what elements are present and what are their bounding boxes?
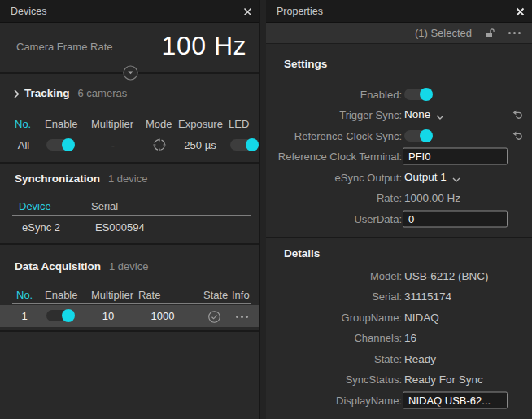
- camera-frame-rate-label: Camera Frame Rate: [16, 41, 112, 53]
- chevron-right-icon: [14, 89, 20, 101]
- properties-panel: Properties (1) Selected Settings Enabled…: [266, 0, 532, 419]
- check-circle-icon: [207, 309, 221, 324]
- camera-frame-rate-value: 100 Hz: [162, 31, 246, 61]
- col-header-info: Info: [232, 289, 250, 301]
- syncstatus-label: SyncStatus:: [273, 373, 402, 385]
- col-header-no: No.: [16, 289, 33, 301]
- close-icon[interactable]: [513, 5, 526, 18]
- col-header-rate: Rate: [138, 289, 160, 301]
- reference-clock-sync-toggle[interactable]: [404, 130, 432, 142]
- chevron-down-icon: [452, 171, 460, 185]
- trigger-sync-label: Trigger Sync:: [273, 108, 402, 120]
- synchronization-section-header[interactable]: Synchronization1 device: [15, 172, 147, 185]
- userdata-label: UserData:: [273, 212, 402, 225]
- col-header-exposure: Exposure: [178, 118, 223, 130]
- syncstatus-value: Ready For Sync: [404, 373, 483, 385]
- esync-output-dropdown[interactable]: Output 1: [404, 169, 460, 185]
- tracking-row-multiplier: -: [111, 139, 115, 151]
- unlock-icon[interactable]: [485, 28, 495, 38]
- properties-panel-title: Properties: [277, 6, 323, 17]
- frame-rate-expander-button[interactable]: [123, 65, 138, 81]
- sync-row-serial: ES000594: [95, 221, 145, 234]
- reset-to-default-icon[interactable]: [511, 129, 523, 142]
- displayname-input[interactable]: [403, 391, 508, 408]
- rate-value: 1000.00 Hz: [404, 191, 460, 203]
- col-header-no: No.: [15, 118, 31, 130]
- rate-row: Rate: 1000.00 Hz: [266, 187, 532, 207]
- displayname-row: DisplayName:: [266, 390, 532, 410]
- model-row: Model: USB-6212 (BNC): [266, 265, 532, 286]
- settings-section-header: Settings: [284, 58, 327, 70]
- reference-clock-terminal-row: Reference Clock Terminal:: [266, 146, 532, 166]
- tracking-enable-toggle[interactable]: [46, 139, 74, 151]
- data-acquisition-title: Data Acquisition: [15, 260, 101, 273]
- channels-label: Channels:: [273, 331, 402, 343]
- col-header-serial: Serial: [91, 200, 118, 212]
- trigger-sync-row: Trigger Sync: None: [266, 104, 532, 124]
- col-header-multiplier: Multiplier: [91, 118, 133, 130]
- reset-to-default-icon[interactable]: [511, 108, 523, 120]
- settings-title: Settings: [284, 58, 327, 70]
- groupname-value: NIDAQ: [404, 311, 439, 323]
- app-window: Devices Camera Frame Rate 100 Hz Trackin…: [0, 0, 532, 419]
- daq-row-no: 1: [21, 310, 27, 322]
- more-icon[interactable]: [508, 32, 521, 35]
- devices-panel: Devices Camera Frame Rate 100 Hz Trackin…: [0, 0, 260, 419]
- channels-value: 16: [404, 331, 416, 343]
- syncstatus-row: SyncStatus: Ready For Sync: [266, 369, 532, 389]
- devices-titlebar: Devices: [0, 0, 259, 23]
- daq-row-selected[interactable]: 1 10 1000: [0, 305, 259, 327]
- details-section-header: Details: [284, 247, 320, 260]
- tracking-section-header[interactable]: Tracking6 cameras: [24, 87, 127, 99]
- daq-row-multiplier: 10: [102, 310, 114, 322]
- esync-output-value: Output 1: [404, 171, 447, 183]
- data-acquisition-count: 1 device: [109, 260, 148, 273]
- serial-label: Serial:: [273, 290, 402, 302]
- tracking-row-exposure: 250 µs: [184, 139, 216, 151]
- data-acquisition-section-header[interactable]: Data Acquisition1 device: [15, 260, 148, 273]
- tracking-row-no: All: [18, 139, 29, 151]
- properties-toolbar: (1) Selected: [266, 23, 532, 44]
- state-row: State: Ready: [266, 348, 532, 369]
- serial-row: Serial: 31115174: [266, 286, 532, 306]
- groupname-label: GroupName:: [273, 311, 402, 323]
- groupname-row: GroupName: NIDAQ: [266, 307, 532, 327]
- sync-row-device: eSync 2: [22, 221, 60, 234]
- close-icon[interactable]: [241, 5, 254, 18]
- reference-clock-sync-row: Reference Clock Sync:: [266, 125, 532, 146]
- state-value: Ready: [404, 352, 436, 364]
- serial-value: 31115174: [404, 290, 451, 302]
- enabled-label: Enabled:: [273, 88, 402, 100]
- reference-clock-terminal-label: Reference Clock Terminal:: [273, 150, 402, 162]
- enabled-toggle[interactable]: [404, 89, 432, 100]
- userdata-input[interactable]: [403, 210, 508, 227]
- mode-icon[interactable]: [152, 137, 167, 152]
- col-header-led: LED: [229, 118, 249, 130]
- col-header-mode: Mode: [146, 118, 172, 130]
- esync-output-row: eSync Output: Output 1: [266, 167, 532, 187]
- reference-clock-sync-label: Reference Clock Sync:: [273, 129, 402, 142]
- devices-panel-title: Devices: [11, 6, 46, 17]
- col-header-multiplier: Multiplier: [91, 289, 133, 301]
- rate-label: Rate:: [273, 191, 402, 203]
- led-toggle[interactable]: [230, 139, 258, 151]
- col-header-enable: Enable: [45, 289, 77, 301]
- model-value: USB-6212 (BNC): [404, 269, 489, 282]
- enabled-row: Enabled:: [266, 84, 532, 104]
- panel-splitter[interactable]: [260, 0, 266, 419]
- synchronization-title: Synchronization: [15, 172, 100, 185]
- esync-output-label: eSync Output:: [273, 171, 402, 183]
- displayname-label: DisplayName:: [273, 394, 402, 406]
- col-header-state: State: [203, 289, 228, 301]
- state-label: State:: [273, 352, 402, 364]
- tracking-count: 6 cameras: [78, 87, 128, 99]
- userdata-row: UserData:: [266, 208, 532, 229]
- selection-count-label: (1) Selected: [415, 27, 472, 39]
- col-header-enable: Enable: [45, 118, 77, 130]
- reference-clock-terminal-input[interactable]: [403, 147, 508, 164]
- trigger-sync-dropdown[interactable]: None: [404, 107, 444, 123]
- col-header-device: Device: [19, 200, 51, 212]
- more-icon[interactable]: [234, 315, 249, 318]
- tracking-title: Tracking: [24, 87, 70, 99]
- daq-enable-toggle[interactable]: [46, 310, 74, 321]
